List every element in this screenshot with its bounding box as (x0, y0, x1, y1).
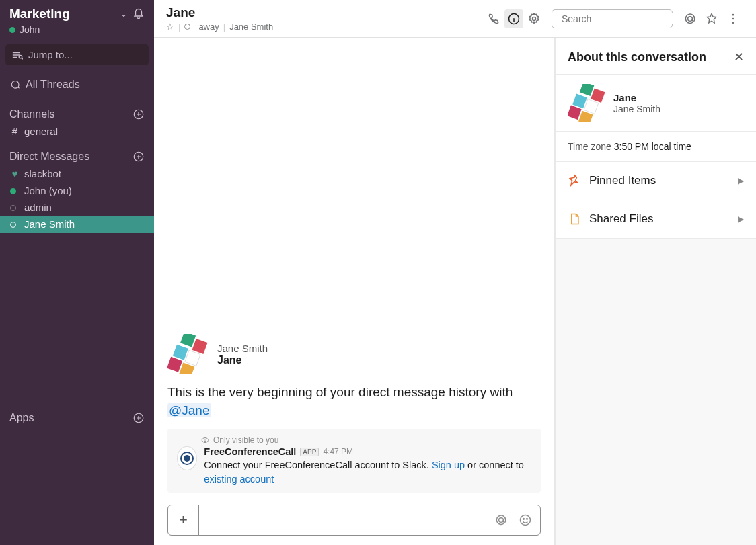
details-pane: About this conversation ✕ Jane Jane Smit… (555, 38, 756, 545)
emoji-icon[interactable] (519, 513, 532, 527)
svg-rect-28 (568, 106, 582, 120)
app-name[interactable]: FreeConferenceCall (204, 446, 296, 457)
only-visible-label: Only visible to you (201, 435, 531, 445)
dm-label: Direct Messages (9, 151, 133, 163)
svg-rect-26 (572, 94, 587, 109)
details-fullname: Jane Smith (613, 103, 660, 114)
jump-to-label: Jump to... (28, 49, 73, 60)
user-mention[interactable]: @Jane (167, 403, 211, 417)
jump-to[interactable]: Jump to... (5, 44, 149, 65)
app-badge: APP (300, 448, 319, 456)
channel-name: general (24, 126, 58, 137)
svg-point-22 (523, 519, 525, 520)
dm-slackbot[interactable]: ♥ slackbot (0, 165, 154, 182)
existing-account-link[interactable]: existing account (204, 474, 274, 485)
close-icon[interactable]: ✕ (734, 50, 744, 65)
profile-fullname: Jane Smith (217, 343, 268, 354)
dm-jane-smith[interactable]: Jane Smith (0, 216, 154, 233)
avatar (568, 84, 605, 122)
file-icon (568, 212, 581, 226)
dm-admin[interactable]: admin (0, 199, 154, 216)
messages-pane: Jane Smith Jane This is the very beginni… (154, 38, 555, 545)
svg-point-5 (533, 17, 536, 20)
chevron-down-icon[interactable]: ⌄ (120, 9, 127, 19)
svg-point-8 (732, 13, 734, 15)
presence-away-icon (10, 222, 16, 228)
eye-icon (201, 436, 209, 444)
svg-point-9 (732, 17, 734, 19)
timezone-row: Time zone 3:50 PM local time (556, 132, 756, 162)
current-user-row[interactable]: John (0, 23, 154, 42)
svg-rect-24 (580, 84, 595, 96)
shared-files-section[interactable]: Shared Files ▶ (556, 200, 756, 239)
channel-general[interactable]: # general (0, 123, 154, 140)
bell-icon[interactable] (133, 8, 145, 20)
profile-display-name: Jane (217, 354, 268, 366)
add-channel-icon[interactable] (133, 108, 145, 120)
presence-active-icon (9, 27, 15, 33)
sidebar: Marketing ⌄ John Jump to... All Threads … (0, 0, 154, 545)
presence-away-icon (184, 24, 190, 30)
svg-point-10 (732, 22, 734, 24)
svg-rect-13 (173, 345, 188, 360)
details-profile[interactable]: Jane Jane Smith (556, 75, 756, 132)
avatar (167, 334, 208, 374)
dm-name: Jane Smith (24, 218, 75, 230)
apps-label: Apps (9, 412, 133, 424)
dm-name: slackbot (24, 168, 61, 179)
details-title: About this conversation (568, 50, 706, 65)
search-box[interactable] (552, 9, 673, 28)
svg-rect-25 (591, 88, 605, 103)
svg-point-20 (499, 518, 504, 523)
status-label: away (198, 22, 219, 32)
info-button[interactable] (504, 9, 523, 28)
conversation-title[interactable]: Jane (166, 5, 273, 20)
presence-away-icon (10, 205, 16, 211)
channels-label: Channels (9, 108, 133, 120)
main-area: Jane ☆ | away | Jane Smith (154, 0, 756, 545)
add-app-icon[interactable] (133, 412, 145, 424)
apps-header[interactable]: Apps (0, 401, 154, 545)
svg-point-21 (521, 515, 531, 526)
gear-icon[interactable] (527, 12, 541, 26)
app-message: Only visible to you FreeConferenceCall A… (167, 429, 541, 493)
details-name: Jane (613, 92, 660, 103)
chevron-right-icon: ▶ (738, 176, 744, 185)
pinned-items-section[interactable]: Pinned Items ▶ (556, 162, 756, 200)
signup-link[interactable]: Sign up (432, 460, 465, 470)
more-vertical-icon[interactable] (726, 12, 740, 26)
topbar: Jane ☆ | away | Jane Smith (154, 0, 756, 38)
local-time: 3:50 PM local time (614, 141, 691, 152)
search-input[interactable] (562, 13, 679, 24)
dm-name: admin (24, 202, 52, 213)
conversation-begin-text: This is the very beginning of your direc… (167, 384, 541, 419)
pin-icon (568, 174, 581, 187)
svg-point-7 (688, 16, 693, 21)
hash-icon: # (9, 126, 20, 137)
workspace-name[interactable]: Marketing (9, 7, 115, 22)
attach-button[interactable]: + (168, 505, 199, 535)
at-mention-icon[interactable] (494, 513, 508, 527)
subtitle: Jane Smith (229, 22, 273, 32)
svg-rect-15 (167, 357, 182, 372)
svg-rect-12 (192, 339, 207, 354)
star-icon[interactable]: ☆ (166, 22, 174, 32)
mentions-icon[interactable] (683, 12, 697, 26)
svg-point-19 (184, 456, 190, 461)
app-avatar (177, 446, 197, 470)
presence-active-icon (10, 188, 16, 194)
add-dm-icon[interactable] (133, 151, 145, 163)
message-composer: + (167, 505, 541, 536)
dm-header[interactable]: Direct Messages (0, 140, 154, 165)
svg-point-23 (527, 519, 528, 520)
phone-icon[interactable] (487, 12, 500, 26)
info-icon (507, 12, 521, 26)
star-outline-icon[interactable] (705, 12, 718, 26)
chevron-right-icon: ▶ (738, 214, 744, 224)
channels-header[interactable]: Channels (0, 97, 154, 123)
svg-point-0 (19, 55, 22, 58)
all-threads[interactable]: All Threads (0, 72, 154, 97)
dm-self[interactable]: John (you) (0, 182, 154, 199)
message-input[interactable] (199, 515, 489, 526)
current-user-name: John (20, 24, 40, 35)
